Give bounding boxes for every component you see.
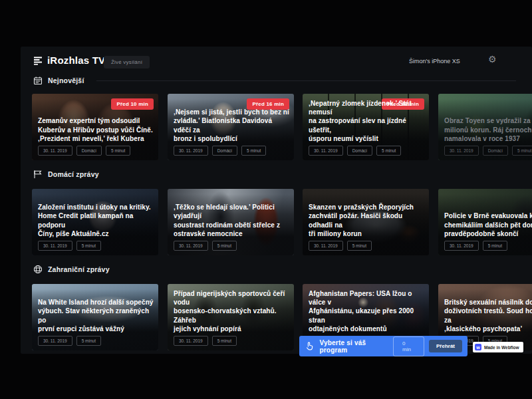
date-chip: 30. 11. 2019 <box>174 241 208 251</box>
calendar-icon <box>33 76 43 85</box>
card-meta: 30. 11. 2019 5 minut <box>38 336 101 346</box>
duration-chip: 5 minut <box>376 146 401 156</box>
device-name[interactable]: Šimon's iPhone XS <box>409 58 460 65</box>
card-meta: 30. 11. 2019 Domácí 5 minut <box>444 146 532 156</box>
section-header-domaci: Domácí zprávy <box>33 168 516 180</box>
card-meta: 30. 11. 2019 5 minut <box>174 241 237 251</box>
card-title: Policie v Brně evakuovala kvůli chemikál… <box>444 211 532 238</box>
duration-chip: 5 minut <box>76 241 101 251</box>
hand-pointer-icon <box>305 341 314 351</box>
app-title: iRozhlas TV <box>47 55 105 66</box>
card-title: Skanzen v pražských Řeporyjích zachvátil… <box>309 203 425 238</box>
section-divider <box>96 80 516 81</box>
card-title: ‚Nejsem si jistá, jestli bych to bez ní … <box>174 108 290 143</box>
category-chip: Domácí <box>347 146 372 156</box>
duration-chip: 5 minut <box>483 241 507 251</box>
made-in-webflow-badge[interactable]: w Made in Webflow <box>473 342 523 352</box>
duration-chip: 5 minut <box>241 146 266 156</box>
live-broadcast-button[interactable]: Živé vysílání <box>104 56 150 68</box>
card-meta: 30. 11. 2019 5 minut <box>444 241 507 251</box>
duration-chip: 5 minut <box>212 241 237 251</box>
app-window: iRozhlas TV Živé vysílání Šimon's iPhone… <box>21 47 532 354</box>
date-chip: 30. 11. 2019 <box>309 241 343 251</box>
card-meta: 30. 11. 2019 Domácí 5 minut <box>38 146 130 156</box>
gear-icon[interactable]: ⚙ <box>488 54 497 65</box>
duration-chip: 5 minut <box>212 336 237 346</box>
news-card[interactable]: Před 10 min Zemanův expertní tým odsoudi… <box>32 94 158 160</box>
news-card[interactable]: Před 16 min ‚Nejsem si jistá, jestli byc… <box>168 94 294 160</box>
date-chip: 30. 11. 2019 <box>38 146 72 156</box>
app-logo: iRozhlas TV <box>33 55 105 66</box>
duration-chip: 5 minut <box>347 241 372 251</box>
date-chip: 30. 11. 2019 <box>174 146 208 156</box>
card-meta: 30. 11. 2019 5 minut <box>174 336 237 346</box>
card-meta: 30. 11. 2019 5 minut <box>309 241 372 251</box>
section-title: Nejnovější <box>48 76 84 84</box>
date-chip: 30. 11. 2019 <box>38 241 72 251</box>
card-meta: 30. 11. 2019 5 minut <box>38 241 101 251</box>
program-bar[interactable]: Vyberte si váš program 0 min Přehrát <box>299 336 467 356</box>
section-header-nejnovejsi: Nejnovější <box>33 74 516 86</box>
card-title: Zemanův expertní tým odsoudil Kuberův a … <box>38 116 154 143</box>
card-title: Afghanistan Papers: USA lžou o válce v A… <box>309 289 425 333</box>
duration-chip: 5 minut <box>76 336 101 346</box>
irozhlas-logo-icon <box>33 56 43 65</box>
webflow-icon: w <box>475 344 481 350</box>
card-title: Obraz Toyen se vydražil za 79 milionů ko… <box>444 116 532 143</box>
duration-button[interactable]: 0 min <box>393 336 424 356</box>
section-header-zahranicni: Zahraniční zprávy <box>33 263 516 275</box>
news-card[interactable]: Před 36 min ‚Nepatrný zlomek jízdenek.’ … <box>303 94 429 160</box>
category-chip: Domácí <box>76 146 102 156</box>
category-chip: Domácí <box>212 146 237 156</box>
news-card[interactable]: Založení institutu i útoky na kritiky. H… <box>32 189 158 255</box>
duration-chip: 5 minut <box>106 146 130 156</box>
news-card[interactable]: Obraz Toyen se vydražil za 79 milionů ko… <box>438 94 532 160</box>
card-title: ‚Nepatrný zlomek jízdenek.’ Stát nemusí … <box>309 99 425 143</box>
card-title: Založení institutu i útoky na kritiky. H… <box>38 203 154 238</box>
program-bar-label: Vyberte si váš program <box>319 339 393 354</box>
date-chip: 30. 11. 2019 <box>444 241 479 251</box>
date-chip: 30. 11. 2019 <box>174 336 208 346</box>
card-meta: 30. 11. 2019 Domácí 5 minut <box>174 146 266 156</box>
category-chip: Domácí <box>483 146 508 156</box>
time-badge: Před 10 min <box>111 98 154 110</box>
webflow-label: Made in Webflow <box>484 345 519 350</box>
card-title: Případ nigerijských sportovců čeří vodu … <box>174 289 290 333</box>
card-meta: 30. 11. 2019 Domácí 5 minut <box>309 146 401 156</box>
news-card[interactable]: Případ nigerijských sportovců čeří vodu … <box>168 284 294 350</box>
news-card[interactable]: Skanzen v pražských Řeporyjích zachvátil… <box>303 189 429 255</box>
section-title: Zahraniční zprávy <box>48 265 110 273</box>
date-chip: 30. 11. 2019 <box>309 146 343 156</box>
date-chip: 30. 11. 2019 <box>444 146 479 156</box>
news-card[interactable]: Na White Island hrozí další sopečný výbu… <box>32 284 158 350</box>
card-title: Na White Island hrozí další sopečný výbu… <box>38 298 154 333</box>
play-button[interactable]: Přehrát <box>429 340 462 352</box>
date-chip: 30. 11. 2019 <box>38 336 72 346</box>
card-title: ‚Těžko se hledají slova.’ Politici vyjad… <box>174 203 290 238</box>
globe-icon <box>33 265 43 274</box>
news-card[interactable]: ‚Těžko se hledají slova.’ Politici vyjad… <box>168 189 294 255</box>
flag-icon <box>33 170 43 179</box>
section-title: Domácí zprávy <box>48 170 99 178</box>
card-title: Britský sexuální násilník dostal 33 doži… <box>444 298 532 333</box>
duration-chip: 5 minut <box>512 146 532 156</box>
news-card[interactable]: Policie v Brně evakuovala kvůli chemikál… <box>438 189 532 255</box>
